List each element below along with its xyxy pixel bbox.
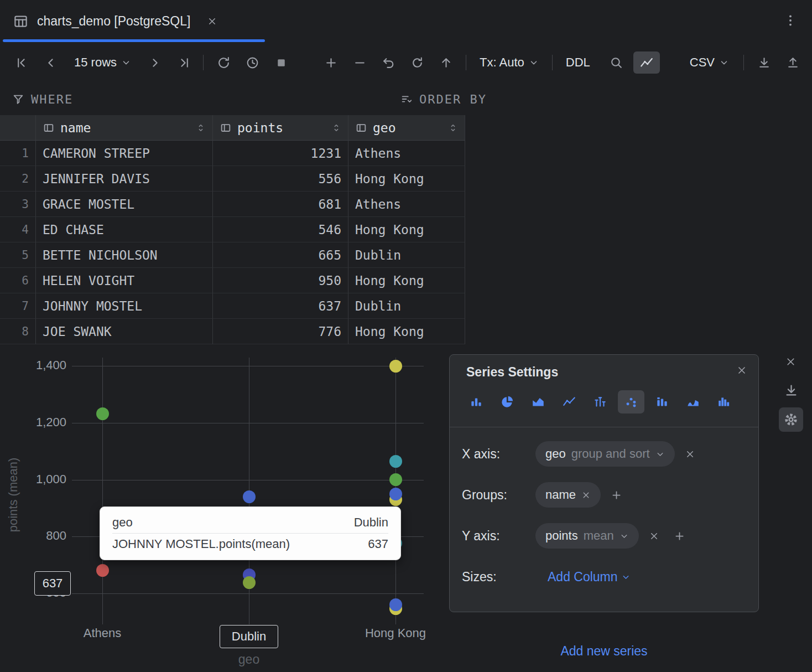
cell-name[interactable]: BETTE NICHOLSON: [36, 242, 213, 268]
bar-chart-icon[interactable]: [463, 390, 490, 413]
area-chart-icon[interactable]: [525, 390, 551, 413]
cell-points[interactable]: 556: [213, 166, 348, 192]
histogram-chart-icon[interactable]: [711, 390, 737, 413]
cell-points[interactable]: 950: [213, 268, 348, 293]
cell-geo[interactable]: Hong Kong: [348, 217, 465, 242]
pie-chart-icon[interactable]: [494, 390, 520, 413]
data-point[interactable]: [96, 564, 109, 577]
search-icon[interactable]: [602, 50, 631, 75]
table-row[interactable]: 5 BETTE NICHOLSON 665 Dublin: [0, 242, 465, 268]
cell-points[interactable]: 1231: [213, 141, 348, 166]
cell-name[interactable]: JENNIFER DAVIS: [36, 166, 213, 192]
cell-points[interactable]: 776: [213, 319, 348, 344]
last-row-icon[interactable]: [169, 50, 197, 75]
where-label: WHERE: [31, 92, 73, 106]
add-row-icon[interactable]: [316, 50, 345, 75]
table-row[interactable]: 1 CAMERON STREEP 1231 Athens: [0, 141, 465, 166]
cell-name[interactable]: GRACE MOSTEL: [36, 192, 213, 217]
column-header-points[interactable]: points: [213, 115, 348, 141]
chart-settings-gear-icon[interactable]: [779, 407, 803, 432]
area-spline-chart-icon[interactable]: [680, 390, 706, 413]
groups-remove-icon[interactable]: [581, 490, 591, 500]
chart-panel-close-icon[interactable]: [785, 356, 797, 368]
sort-arrows-icon[interactable]: [196, 123, 206, 133]
y-axis-field[interactable]: points mean: [535, 523, 639, 549]
kebab-menu-icon[interactable]: [783, 13, 798, 28]
cell-geo[interactable]: Hong Kong: [348, 166, 465, 192]
groups-add-icon[interactable]: [611, 489, 622, 501]
y-axis-remove-icon[interactable]: [649, 531, 659, 541]
tab-charts-demo[interactable]: charts_demo [PostgreSQL]: [13, 0, 217, 42]
cell-geo[interactable]: Hong Kong: [348, 268, 465, 293]
export-download-icon[interactable]: [749, 50, 778, 75]
table-row[interactable]: 6 HELEN VOIGHT 950 Hong Kong: [0, 268, 465, 293]
tx-mode-selector[interactable]: Tx: Auto: [475, 55, 543, 70]
table-row[interactable]: 2 JENNIFER DAVIS 556 Hong Kong: [0, 166, 465, 192]
x-axis-remove-icon[interactable]: [685, 449, 695, 459]
corner-cell: [0, 115, 36, 141]
tab-close-icon[interactable]: [207, 16, 217, 27]
next-row-icon[interactable]: [140, 50, 169, 75]
cell-geo[interactable]: Dublin: [348, 242, 465, 268]
data-point[interactable]: [389, 455, 402, 468]
column-header-geo[interactable]: geo: [348, 115, 465, 141]
csv-selector[interactable]: CSV: [685, 55, 733, 70]
column-header-name[interactable]: name: [36, 115, 213, 141]
cell-name[interactable]: JOHNNY MOSTEL: [36, 293, 213, 319]
panel-close-icon[interactable]: [736, 365, 747, 376]
rows-selector[interactable]: 15 rows: [70, 55, 136, 70]
chart-download-icon[interactable]: [784, 383, 799, 398]
range-bar-chart-icon[interactable]: [587, 390, 613, 413]
order-by-label: ORDER BY: [419, 92, 487, 106]
where-filter[interactable]: WHERE: [12, 83, 73, 115]
submit-arrow-up-icon[interactable]: [431, 50, 460, 75]
previous-row-icon[interactable]: [37, 50, 65, 75]
rerun-icon[interactable]: [403, 50, 431, 75]
delete-row-icon[interactable]: [345, 50, 374, 75]
stacked-bar-chart-icon[interactable]: [649, 390, 675, 413]
cell-name[interactable]: JOE SWANK: [36, 319, 213, 344]
sizes-add-column-button[interactable]: Add Column: [548, 570, 631, 585]
cell-points[interactable]: 546: [213, 217, 348, 242]
cell-name[interactable]: ED CHASE: [36, 217, 213, 242]
undo-icon[interactable]: [374, 50, 403, 75]
reload-icon[interactable]: [209, 50, 238, 75]
cell-geo[interactable]: Athens: [348, 192, 465, 217]
order-by-filter[interactable]: ORDER BY: [400, 83, 487, 115]
groups-field[interactable]: name: [535, 482, 601, 508]
import-upload-icon[interactable]: [778, 50, 807, 75]
x-axis-field[interactable]: geo group and sort: [535, 441, 675, 467]
data-point[interactable]: [389, 360, 402, 373]
add-new-series-button[interactable]: Add new series: [560, 644, 647, 659]
gridline-horizontal: [72, 423, 424, 423]
stop-icon[interactable]: [267, 50, 295, 75]
table-row[interactable]: 3 GRACE MOSTEL 681 Athens: [0, 192, 465, 217]
chart-icon[interactable]: [633, 51, 660, 74]
sort-arrows-icon[interactable]: [448, 123, 458, 133]
sort-arrows-icon[interactable]: [331, 123, 341, 133]
data-point[interactable]: [243, 490, 256, 503]
data-point[interactable]: [389, 598, 402, 611]
data-point[interactable]: [96, 407, 109, 420]
cell-points[interactable]: 665: [213, 242, 348, 268]
cell-geo[interactable]: Athens: [348, 141, 465, 166]
table-row[interactable]: 7 JOHNNY MOSTEL 637 Dublin: [0, 293, 465, 319]
ddl-button[interactable]: DDL: [561, 55, 595, 70]
cell-points[interactable]: 637: [213, 293, 348, 319]
auto-refresh-clock-icon[interactable]: [238, 50, 267, 75]
line-chart-icon[interactable]: [556, 390, 582, 413]
tooltip-value: 637: [368, 537, 388, 551]
data-point[interactable]: [243, 576, 256, 589]
data-point[interactable]: [389, 473, 402, 486]
cell-geo[interactable]: Hong Kong: [348, 319, 465, 344]
cell-name[interactable]: HELEN VOIGHT: [36, 268, 213, 293]
table-row[interactable]: 8 JOE SWANK 776 Hong Kong: [0, 319, 465, 344]
cell-geo[interactable]: Dublin: [348, 293, 465, 319]
y-axis-add-icon[interactable]: [674, 530, 685, 542]
first-row-icon[interactable]: [8, 50, 37, 75]
cell-name[interactable]: CAMERON STREEP: [36, 141, 213, 166]
data-point[interactable]: [389, 488, 402, 500]
cell-points[interactable]: 681: [213, 192, 348, 217]
scatter-chart-icon[interactable]: [618, 390, 644, 413]
table-row[interactable]: 4 ED CHASE 546 Hong Kong: [0, 217, 465, 242]
